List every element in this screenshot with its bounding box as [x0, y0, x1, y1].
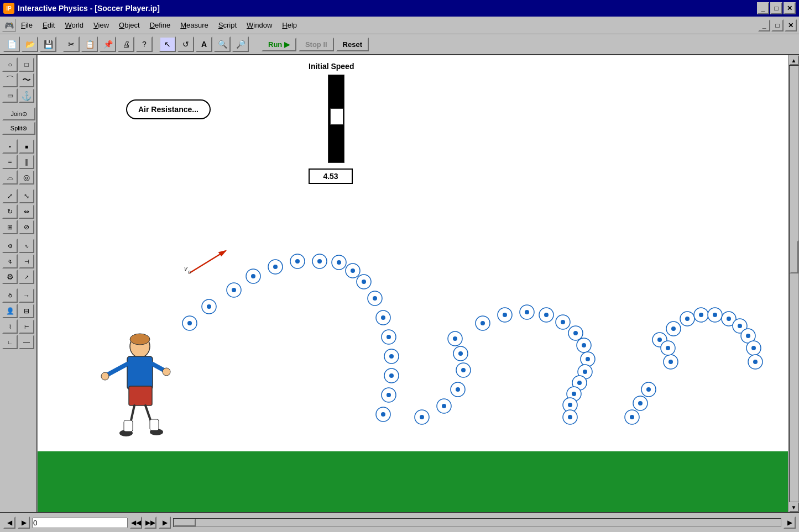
- motor-tool[interactable]: ⥁: [2, 288, 18, 303]
- new-button[interactable]: 📄: [3, 36, 20, 52]
- svg-point-62: [332, 255, 346, 270]
- zoom-in-tool[interactable]: 🔍: [214, 36, 231, 52]
- bottom-scroll-thumb[interactable]: [174, 519, 196, 526]
- menu-window[interactable]: Window: [242, 19, 276, 31]
- play-button[interactable]: ▶: [18, 517, 30, 529]
- svg-point-127: [456, 363, 471, 377]
- lasso-tool[interactable]: ⊘: [19, 220, 34, 234]
- pointer-tool[interactable]: ↖: [159, 36, 176, 52]
- reset-button[interactable]: Reset: [336, 38, 369, 51]
- vline-tool[interactable]: ‖: [19, 155, 34, 169]
- zoom-out-tool[interactable]: 🔎: [232, 36, 249, 52]
- svg-point-130: [462, 354, 466, 357]
- copy-button[interactable]: 📋: [81, 36, 98, 52]
- menu-file[interactable]: File: [17, 19, 37, 31]
- svg-point-76: [370, 299, 373, 302]
- svg-point-29: [207, 301, 211, 304]
- stop-button[interactable]: Stop II: [299, 38, 334, 51]
- undo-button[interactable]: ↺: [177, 36, 194, 52]
- tool-row-4: • ■: [2, 139, 34, 154]
- cut-button[interactable]: ✂: [63, 36, 80, 52]
- menu-script[interactable]: Script: [214, 19, 241, 31]
- menu-view[interactable]: View: [89, 19, 113, 31]
- menu-help[interactable]: Help: [278, 19, 301, 31]
- target-tool[interactable]: ◎: [19, 170, 34, 185]
- ruler-tool[interactable]: ⊢: [19, 319, 34, 334]
- select-tool[interactable]: ⊞: [2, 220, 18, 234]
- angle-tool[interactable]: ∟: [2, 335, 18, 349]
- scroll-track[interactable]: [789, 65, 799, 502]
- text-tool[interactable]: A: [196, 36, 212, 52]
- menu-maximize[interactable]: □: [771, 19, 784, 31]
- damper-tool[interactable]: ⊣: [19, 254, 34, 268]
- svg-point-269: [669, 356, 672, 360]
- scroll-right-button[interactable]: ▶: [784, 517, 796, 529]
- split-button[interactable]: Split⊗: [2, 122, 35, 135]
- svg-point-187: [572, 376, 587, 390]
- menu-define[interactable]: Define: [145, 19, 175, 31]
- paste-button[interactable]: 📌: [100, 36, 116, 52]
- menu-minimize[interactable]: _: [758, 19, 770, 31]
- print-button[interactable]: 🖨: [118, 36, 134, 52]
- menu-measure[interactable]: Measure: [176, 19, 213, 31]
- save-button[interactable]: 💾: [40, 36, 56, 52]
- scroll-up-button[interactable]: ▲: [789, 55, 799, 65]
- next-frame-button[interactable]: ▶: [159, 517, 171, 529]
- rotate-tool[interactable]: ↻: [2, 204, 18, 219]
- gear-tool[interactable]: ⚙: [2, 270, 18, 284]
- menu-close[interactable]: ✕: [785, 19, 797, 31]
- rect-tool[interactable]: □: [19, 57, 34, 72]
- svg-point-244: [727, 313, 730, 317]
- person-tool[interactable]: 👤: [2, 304, 18, 318]
- anchor-tool[interactable]: ⚓: [19, 88, 34, 103]
- flip-tool[interactable]: ⇔: [19, 204, 34, 219]
- menu-object[interactable]: Object: [114, 19, 144, 31]
- svg-point-50: [299, 262, 302, 265]
- svg-point-104: [382, 409, 385, 412]
- prev-frame-button[interactable]: ◀: [3, 517, 15, 529]
- svg-point-36: [229, 291, 232, 294]
- move-tool[interactable]: ⤢: [2, 189, 18, 203]
- wave-tool[interactable]: ∿: [19, 239, 34, 253]
- join-button[interactable]: Join⊙: [2, 107, 35, 120]
- rect2-tool[interactable]: ▭: [2, 88, 18, 103]
- step-button[interactable]: ▶▶: [144, 517, 156, 529]
- svg-point-59: [337, 257, 341, 260]
- chart-tool[interactable]: ↗: [19, 270, 34, 284]
- arc-tool[interactable]: ⌓: [2, 170, 18, 185]
- close-button[interactable]: ✕: [784, 2, 796, 14]
- signal-tool[interactable]: ⌇: [2, 319, 18, 334]
- frame-input[interactable]: 0: [32, 518, 128, 528]
- square-dot-tool[interactable]: ■: [19, 139, 34, 154]
- minimize-button[interactable]: _: [757, 2, 769, 14]
- svg-point-196: [565, 405, 568, 409]
- circle-tool[interactable]: ○: [2, 57, 18, 72]
- svg-point-201: [565, 418, 568, 421]
- air-resistance-button[interactable]: Air Resistance...: [126, 99, 211, 119]
- canvas-area[interactable]: Initial Speed 4.53 Air Resistance... Dis…: [38, 55, 788, 512]
- force-tool[interactable]: ↯: [2, 254, 18, 268]
- scroll-down-button[interactable]: ▼: [789, 502, 799, 512]
- scroll-thumb[interactable]: [790, 240, 798, 273]
- menu-edit[interactable]: Edit: [38, 19, 59, 31]
- rewind-button[interactable]: ◀◀: [130, 517, 142, 529]
- help-tb-button[interactable]: ?: [136, 36, 153, 52]
- svg-point-225: [675, 329, 678, 333]
- freehand-tool[interactable]: 〜: [19, 73, 34, 87]
- open-button[interactable]: 📂: [22, 36, 38, 52]
- spring-tool[interactable]: ⚙: [2, 239, 18, 253]
- bottom-scroll-track[interactable]: [173, 518, 781, 527]
- line-tool[interactable]: —: [19, 335, 34, 349]
- divider-tool[interactable]: ⊟: [19, 304, 34, 318]
- maximize-button[interactable]: □: [770, 2, 782, 14]
- curved-tool[interactable]: ⌒: [2, 73, 18, 87]
- resize-tool[interactable]: ⤡: [19, 189, 34, 203]
- run-button[interactable]: Run ▶: [262, 38, 296, 51]
- arrow-tool[interactable]: →: [19, 288, 34, 303]
- app-menu-icon[interactable]: 🎮: [2, 19, 15, 32]
- hline-tool[interactable]: =: [2, 155, 18, 169]
- svg-point-183: [583, 370, 587, 374]
- menu-world[interactable]: World: [60, 19, 88, 31]
- dot-tool[interactable]: •: [2, 139, 18, 154]
- svg-point-226: [669, 329, 672, 333]
